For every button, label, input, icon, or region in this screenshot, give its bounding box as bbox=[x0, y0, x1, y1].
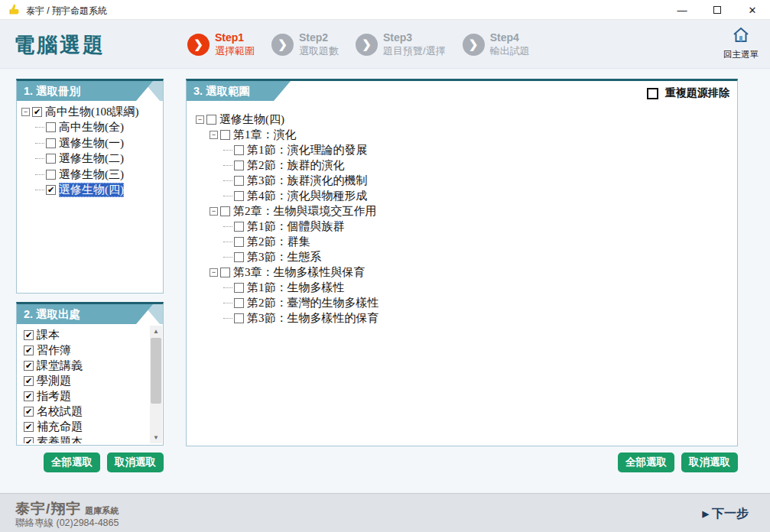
checkbox[interactable]: ✔ bbox=[24, 376, 34, 386]
checkbox[interactable]: ✔ bbox=[46, 185, 56, 195]
source-item: ✔素養題本 bbox=[24, 434, 149, 443]
checkbox[interactable] bbox=[46, 138, 56, 148]
tree-connector bbox=[35, 127, 44, 128]
source-item-label[interactable]: 名校試題 bbox=[37, 404, 83, 419]
step-2-label: 選取題數 bbox=[299, 45, 339, 57]
source-item-label[interactable]: 補充命題 bbox=[37, 420, 83, 434]
tree-connector bbox=[223, 257, 232, 258]
source-item-label[interactable]: 學測題 bbox=[37, 374, 71, 388]
scrollbar-thumb[interactable] bbox=[151, 338, 161, 404]
checkbox[interactable]: ✔ bbox=[32, 107, 42, 117]
tree-item: −第1章：演化 bbox=[196, 127, 736, 142]
checkbox[interactable] bbox=[234, 176, 244, 186]
checkbox[interactable] bbox=[46, 154, 56, 164]
collapse-toggle-icon[interactable]: − bbox=[210, 268, 218, 277]
checkbox[interactable] bbox=[234, 298, 244, 308]
footer-brand-name: 泰宇/翔宇 bbox=[15, 501, 81, 517]
tree-item: 第1節：個體與族群 bbox=[196, 219, 736, 234]
tree-item-label[interactable]: 第4節：演化與物種形成 bbox=[247, 189, 368, 203]
checkbox[interactable] bbox=[234, 191, 244, 201]
checkbox[interactable] bbox=[234, 252, 244, 262]
checkbox[interactable] bbox=[220, 268, 230, 277]
checkbox[interactable] bbox=[220, 206, 230, 216]
dedupe-label: 重複題源排除 bbox=[665, 86, 729, 100]
checkbox[interactable] bbox=[206, 115, 216, 125]
checkbox[interactable] bbox=[234, 237, 244, 247]
checkbox[interactable]: ✔ bbox=[24, 437, 34, 444]
checkbox[interactable] bbox=[234, 161, 244, 170]
checkbox[interactable]: ✔ bbox=[24, 391, 34, 401]
source-item-label[interactable]: 習作簿 bbox=[37, 343, 71, 358]
tree-item-label[interactable]: 第3節：生物多樣性的保育 bbox=[247, 311, 379, 326]
checkbox[interactable] bbox=[46, 122, 56, 132]
home-menu-button[interactable]: 回主選單 bbox=[720, 26, 762, 60]
maximize-button[interactable] bbox=[700, 0, 735, 20]
tree-item-label[interactable]: 高中生物(全) bbox=[59, 120, 124, 135]
checkbox[interactable] bbox=[234, 145, 244, 155]
scroll-down-icon[interactable]: ▼ bbox=[150, 432, 162, 443]
source-item-label[interactable]: 課堂講義 bbox=[37, 358, 83, 373]
source-item: ✔指考題 bbox=[24, 388, 149, 404]
tree-item: 第1節：生物多樣性 bbox=[196, 280, 736, 295]
checkbox[interactable]: ✔ bbox=[24, 361, 34, 371]
tree-item-label[interactable]: 第1章：演化 bbox=[233, 128, 297, 142]
tree-item: 選修生物(二) bbox=[21, 151, 161, 167]
checkbox[interactable]: ✔ bbox=[24, 422, 34, 432]
checkbox[interactable] bbox=[220, 130, 230, 140]
tree-item-label[interactable]: 選修生物(一) bbox=[59, 136, 124, 151]
next-step-button[interactable]: ▶ 下一步 bbox=[703, 506, 749, 522]
tree-item-label[interactable]: 選修生物(三) bbox=[59, 167, 124, 182]
tree-item-label[interactable]: 選修生物(四) bbox=[219, 112, 284, 127]
tree-connector bbox=[35, 174, 44, 175]
tree-item-label[interactable]: 第1節：生物多樣性 bbox=[247, 281, 345, 295]
tree-item: ✔選修生物(四) bbox=[21, 183, 161, 199]
source-item-label[interactable]: 素養題本 bbox=[37, 435, 83, 444]
source-deselect-button[interactable]: 取消選取 bbox=[107, 453, 164, 472]
step-1-number: Step1 bbox=[215, 31, 255, 45]
collapse-toggle-icon[interactable]: − bbox=[210, 207, 218, 216]
tree-connector bbox=[223, 318, 232, 319]
checkbox[interactable] bbox=[234, 283, 244, 293]
source-item-label[interactable]: 指考題 bbox=[37, 389, 71, 404]
tree-item-label[interactable]: 第3節：族群演化的機制 bbox=[247, 174, 368, 188]
checkbox[interactable]: ✔ bbox=[24, 330, 34, 340]
checkbox[interactable] bbox=[46, 170, 56, 180]
tree-item-label[interactable]: 第1節：演化理論的發展 bbox=[247, 143, 368, 157]
page-header: 電腦選題 ❯ Step1 選擇範圍 ❯ Step2 選取題數 ❯ Step3 題… bbox=[0, 20, 770, 69]
next-step-label: 下一步 bbox=[712, 506, 749, 522]
tree-item-label[interactable]: 選修生物(二) bbox=[59, 151, 124, 166]
scope-select-all-button[interactable]: 全部選取 bbox=[618, 453, 674, 472]
tree-item-label[interactable]: 第3章：生物多樣性與保育 bbox=[233, 265, 366, 280]
source-list-scrollbar[interactable]: ▲ ▼ bbox=[150, 326, 162, 443]
source-select-all-button[interactable]: 全部選取 bbox=[44, 453, 100, 472]
checkbox[interactable] bbox=[234, 313, 244, 323]
tree-item-label[interactable]: 第1節：個體與族群 bbox=[247, 219, 345, 234]
source-item: ✔名校試題 bbox=[24, 404, 149, 419]
tree-item-label[interactable]: 第2節：臺灣的生物多樣性 bbox=[247, 296, 379, 310]
tree-item-label[interactable]: 第2節：族群的演化 bbox=[247, 158, 345, 173]
tree-item: 第4節：演化與物種形成 bbox=[196, 188, 736, 203]
tree-item-label[interactable]: 選修生物(四) bbox=[59, 183, 124, 197]
collapse-toggle-icon[interactable]: − bbox=[196, 115, 204, 124]
collapse-toggle-icon[interactable]: − bbox=[210, 131, 218, 139]
source-item: ✔課堂講義 bbox=[24, 358, 149, 373]
tree-item-label[interactable]: 第2章：生物與環境交互作用 bbox=[233, 204, 377, 219]
dedupe-option[interactable]: 重複題源排除 bbox=[647, 86, 729, 100]
tree-item-label[interactable]: 第2節：群集 bbox=[247, 235, 310, 249]
close-button[interactable]: ✕ bbox=[735, 0, 770, 20]
dedupe-checkbox[interactable] bbox=[647, 88, 658, 99]
step-3-label: 題目預覽/選擇 bbox=[383, 45, 446, 57]
minimize-button[interactable]: — bbox=[664, 0, 700, 20]
checkbox[interactable]: ✔ bbox=[24, 407, 34, 417]
source-buttons: 全部選取 取消選取 bbox=[16, 453, 164, 472]
tree-item-label[interactable]: 高中生物(108課綱) bbox=[45, 105, 139, 119]
checkbox[interactable] bbox=[234, 222, 244, 232]
panel-book-selection-title: 1. 選取冊別 bbox=[17, 81, 153, 101]
checkbox[interactable]: ✔ bbox=[24, 345, 34, 355]
scope-deselect-button[interactable]: 取消選取 bbox=[681, 453, 738, 472]
collapse-toggle-icon[interactable]: − bbox=[21, 108, 30, 116]
source-item-label[interactable]: 課本 bbox=[37, 328, 60, 342]
scroll-up-icon[interactable]: ▲ bbox=[150, 326, 162, 337]
tree-item-label[interactable]: 第3節：生態系 bbox=[247, 250, 322, 264]
step-4-label: 輸出試題 bbox=[490, 45, 530, 57]
